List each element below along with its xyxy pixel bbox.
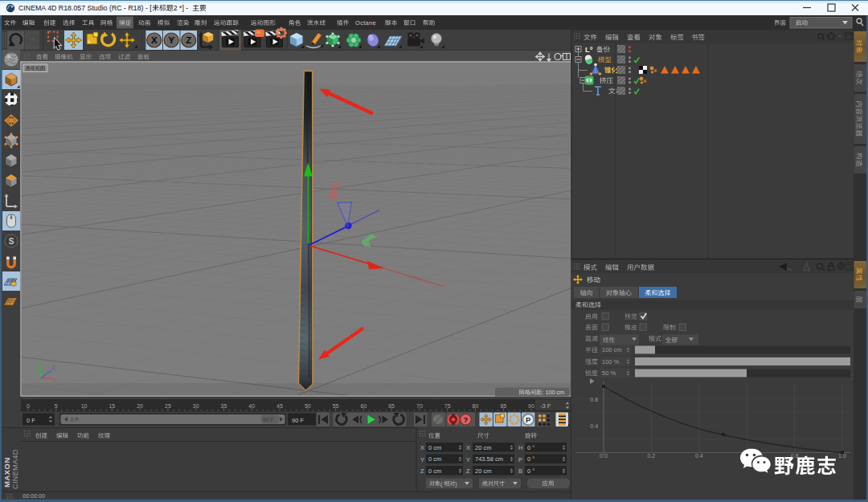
svg-text:20 cm: 20 cm [475,467,491,475]
svg-text:Y: Y [466,456,470,463]
svg-text:Y: Y [39,358,43,364]
svg-text:H: H [518,444,522,451]
svg-text:80: 80 [473,403,479,409]
svg-text:0 °: 0 ° [527,455,534,463]
svg-text:20: 20 [137,403,143,409]
svg-text:10: 10 [81,403,88,409]
svg-text:0 F: 0 F [71,417,79,422]
svg-text:): ) [455,481,457,488]
svg-text:0.2: 0.2 [648,453,656,459]
svg-text:S: S [9,237,14,246]
svg-text:?: ? [464,415,469,424]
svg-text:100 %: 100 % [602,358,620,365]
svg-text:Octane: Octane [355,19,376,27]
svg-text:00:00:00: 00:00:00 [23,492,45,500]
svg-text:Z: Z [52,365,55,370]
svg-text:75: 75 [444,403,451,409]
svg-text:Z: Z [420,467,424,475]
svg-text:X: X [466,444,470,451]
svg-text:0 cm: 0 cm [428,444,441,451]
svg-text:60: 60 [361,403,367,409]
svg-text:X: X [420,444,424,451]
svg-text:-3 F: -3 F [540,402,551,410]
svg-text:15: 15 [108,403,115,409]
svg-text:0.8: 0.8 [590,397,598,402]
svg-text:100 cm: 100 cm [602,346,622,353]
svg-text:40: 40 [248,403,255,409]
svg-text:X: X [151,35,158,45]
svg-text:0 F: 0 F [27,417,35,424]
svg-text:Y: Y [420,456,424,463]
svg-text:B: B [518,467,522,475]
svg-text:30: 30 [193,403,199,409]
svg-text:P: P [526,415,531,424]
svg-text:0 cm: 0 cm [428,455,441,463]
svg-text:45: 45 [276,403,283,409]
svg-text:Z: Z [186,35,191,45]
svg-text:0 cm: 0 cm [428,467,441,475]
svg-text:90: 90 [528,403,534,409]
svg-text:Y: Y [168,35,174,45]
svg-text:50: 50 [305,403,311,409]
svg-text:MAXON: MAXON [2,457,11,488]
svg-text:70: 70 [416,403,423,409]
svg-text:0.4: 0.4 [695,453,703,459]
svg-text:0: 0 [27,403,30,409]
svg-text:CINEMA4D: CINEMA4D [11,449,19,489]
svg-text:35: 35 [221,403,227,409]
svg-text:0 °: 0 ° [527,444,534,451]
svg-text:55: 55 [333,403,339,409]
svg-text:50 %: 50 % [602,369,616,377]
svg-text:X: X [54,378,58,383]
svg-text:85: 85 [500,403,506,409]
svg-text:90 F: 90 F [263,417,274,422]
svg-text:Z: Z [466,467,470,475]
svg-text:5: 5 [55,403,58,409]
svg-text:0.0: 0.0 [600,453,608,459]
svg-text:25: 25 [165,403,171,409]
svg-text:P: P [518,456,522,463]
svg-text:0.4: 0.4 [590,423,598,429]
svg-text:2 *] -: 2 *] - [174,4,189,12]
svg-text:90 F: 90 F [292,417,304,424]
svg-text:CINEMA 4D R18.057 Studio (RC -: CINEMA 4D R18.057 Studio (RC - R18) - [ [18,4,152,12]
svg-text:20 cm: 20 cm [475,444,491,451]
svg-text:743.58 cm: 743.58 cm [475,455,503,463]
svg-text:65: 65 [388,403,395,409]
svg-text:: 100 cm: : 100 cm [542,389,564,396]
svg-text:0 °: 0 ° [527,467,534,475]
